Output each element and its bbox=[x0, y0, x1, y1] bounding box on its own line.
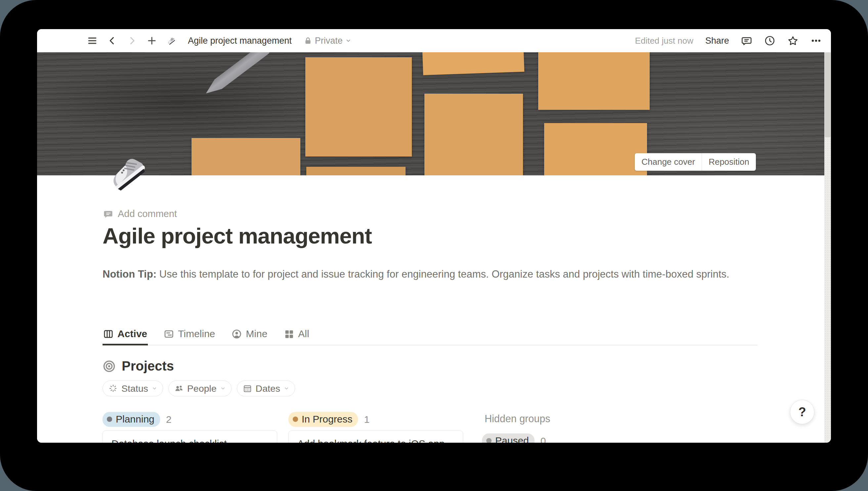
add-comment-button[interactable]: Add comment bbox=[103, 208, 177, 219]
cover-buttons: Change cover Reposition bbox=[635, 153, 756, 171]
page-content: Change cover Reposition Add comment Agil… bbox=[37, 52, 824, 443]
sticky-note bbox=[538, 52, 650, 110]
reposition-button[interactable]: Reposition bbox=[701, 153, 756, 171]
tab-mine[interactable]: Mine bbox=[231, 327, 268, 345]
project-card[interactable]: Database launch checklist bbox=[102, 430, 277, 443]
tab-active[interactable]: Active bbox=[102, 327, 148, 345]
page-sneaker-icon[interactable] bbox=[166, 35, 177, 46]
group-header-paused: Paused 0 bbox=[482, 433, 546, 443]
person-circle-icon bbox=[232, 329, 242, 339]
scrollbar-track[interactable] bbox=[824, 52, 831, 443]
privacy-label: Private bbox=[315, 36, 343, 46]
tip-label: Notion Tip: bbox=[102, 268, 156, 280]
status-burst-icon bbox=[109, 384, 118, 393]
sticky-note bbox=[544, 123, 647, 175]
group-count: 2 bbox=[166, 414, 172, 425]
filter-bar: Status People Dates bbox=[102, 380, 295, 396]
add-comment-label: Add comment bbox=[118, 208, 177, 219]
new-page-icon[interactable] bbox=[146, 35, 157, 46]
status-dot bbox=[293, 416, 298, 422]
privacy-dropdown[interactable]: Private bbox=[304, 36, 351, 46]
status-badge-planning[interactable]: Planning bbox=[102, 412, 160, 427]
grid-view-icon bbox=[284, 329, 294, 339]
status-badge-in-progress[interactable]: In Progress bbox=[289, 412, 358, 427]
chevron-down-icon bbox=[346, 38, 351, 44]
sticky-note bbox=[424, 94, 523, 175]
sticky-note bbox=[422, 52, 524, 75]
sticky-note bbox=[306, 167, 406, 175]
group-header-planning: Planning 2 bbox=[102, 412, 171, 427]
breadcrumb-page-title[interactable]: Agile project management bbox=[188, 36, 292, 46]
group-count: 1 bbox=[364, 414, 369, 425]
chevron-down-icon bbox=[152, 386, 157, 391]
change-cover-button[interactable]: Change cover bbox=[635, 153, 701, 171]
notion-window: Agile project management Private Edited … bbox=[37, 29, 831, 443]
view-tabs: Active Timeline Mine All bbox=[102, 327, 757, 345]
page-title[interactable]: Agile project management bbox=[102, 223, 372, 249]
board-view-icon bbox=[103, 329, 114, 339]
marker-pen-decoration bbox=[203, 52, 272, 98]
page-icon-sneaker[interactable] bbox=[104, 146, 155, 199]
tab-timeline[interactable]: Timeline bbox=[163, 327, 216, 345]
filter-people[interactable]: People bbox=[168, 380, 232, 396]
edited-status: Edited just now bbox=[635, 36, 693, 46]
comments-icon[interactable] bbox=[741, 35, 752, 46]
group-header-in-progress: In Progress 1 bbox=[289, 412, 369, 427]
page-description: Notion Tip: Use this template to for pro… bbox=[102, 266, 731, 282]
sidebar-menu-icon[interactable] bbox=[87, 35, 98, 46]
favorite-star-icon[interactable] bbox=[787, 35, 799, 46]
tip-text: Use this template to for project and iss… bbox=[156, 268, 729, 280]
bullseye-icon bbox=[102, 359, 116, 373]
sticky-note bbox=[191, 138, 300, 175]
projects-heading: Projects bbox=[102, 359, 174, 374]
chevron-down-icon bbox=[220, 386, 226, 391]
status-dot bbox=[107, 416, 112, 422]
comment-bubble-icon bbox=[103, 209, 113, 219]
calendar-icon bbox=[243, 384, 252, 393]
scrollbar-thumb[interactable] bbox=[825, 52, 831, 137]
filter-dates[interactable]: Dates bbox=[237, 380, 295, 396]
back-icon[interactable] bbox=[107, 35, 118, 46]
hidden-groups-label: Hidden groups bbox=[485, 413, 550, 425]
project-card[interactable]: Add bookmark feature to iOS app bbox=[289, 430, 463, 443]
group-count: 0 bbox=[540, 435, 546, 443]
status-badge-paused[interactable]: Paused bbox=[482, 433, 535, 443]
more-options-icon[interactable] bbox=[810, 35, 822, 46]
chevron-down-icon bbox=[284, 386, 289, 391]
lock-icon bbox=[304, 36, 312, 45]
help-button[interactable]: ? bbox=[790, 400, 814, 424]
tab-all[interactable]: All bbox=[283, 327, 310, 345]
history-clock-icon[interactable] bbox=[764, 35, 775, 46]
timeline-view-icon bbox=[164, 329, 174, 339]
status-dot bbox=[486, 438, 491, 443]
filter-status[interactable]: Status bbox=[102, 380, 163, 396]
projects-title: Projects bbox=[122, 359, 174, 374]
share-button[interactable]: Share bbox=[705, 36, 729, 46]
forward-icon[interactable] bbox=[126, 35, 138, 46]
sticky-note bbox=[305, 57, 412, 156]
people-icon bbox=[174, 384, 184, 393]
toolbar: Agile project management Private Edited … bbox=[37, 29, 831, 52]
